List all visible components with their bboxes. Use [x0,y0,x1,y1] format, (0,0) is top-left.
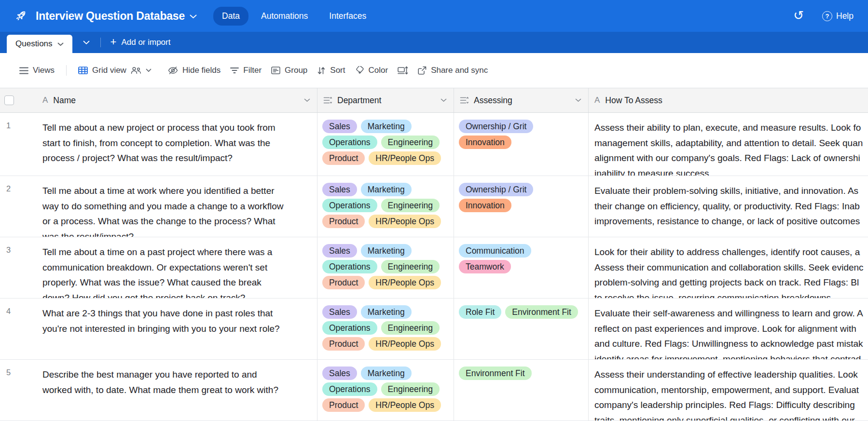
nav-tab-automations[interactable]: Automations [252,7,317,26]
tag-chip: Marketing [361,120,412,133]
name-cell[interactable]: Tell me about a new project or process t… [32,113,317,176]
chip-row: Teamwork [459,260,583,273]
row-gutter: 3 [0,237,32,298]
how-text-line: identify areas for improvement, mentioni… [594,352,868,360]
help-button[interactable]: ? Help [822,11,854,21]
tag-chip: HR/People Ops [369,276,441,289]
column-header-name[interactable]: A Name [32,88,317,112]
tag-chip: HR/People Ops [369,398,441,412]
tag-chip: Product [322,151,365,165]
chip-row: OperationsEngineering [322,260,449,273]
rocket-icon [14,9,28,23]
assessing-cell[interactable]: Role FitEnvironment Fit [454,299,589,359]
nav-tab-interfaces[interactable]: Interfaces [320,7,375,26]
how-to-assess-cell[interactable]: Evaluate their problem-solving skills, i… [589,176,868,237]
how-text-line: management skills, adaptability, and att… [594,136,868,151]
how-to-assess-cell[interactable]: Assess their ability to plan, execute, a… [589,113,868,176]
chip-row: Environment Fit [459,367,583,380]
single-line-text-icon: A [42,95,48,105]
table-tab-strip: Questions + Add or import [0,32,868,53]
tag-chip: Role Fit [459,305,501,319]
chevron-down-icon[interactable] [441,98,447,102]
views-button[interactable]: Views [14,62,59,79]
department-cell[interactable]: SalesMarketingOperationsEngineeringProdu… [317,113,454,176]
chip-row: SalesMarketing [322,183,449,196]
assessing-cell[interactable]: Environment Fit [454,360,589,421]
name-cell[interactable]: Describe the best manager you have repor… [32,360,317,421]
department-cell[interactable]: SalesMarketingOperationsEngineeringProdu… [317,237,454,298]
chip-row: Innovation [459,199,583,212]
color-button[interactable]: Color [350,62,393,79]
column-header-assessing[interactable]: Assessing [454,88,589,112]
column-header-department[interactable]: Department [317,88,454,112]
how-to-assess-cell[interactable]: Assess their understanding of effective … [589,360,868,421]
name-cell[interactable]: Tell me about a time at work where you i… [32,176,317,237]
multi-select-icon [323,96,332,104]
how-text-line: company's leadership principles. Red Fla… [594,397,868,413]
row-height-button[interactable] [393,62,413,79]
plus-icon: + [110,37,117,47]
hide-fields-button[interactable]: Hide fields [163,62,225,79]
how-to-assess-cell[interactable]: Look for their ability to address challe… [589,237,868,298]
table-row: 3Tell me about a time on a past project … [0,237,868,299]
name-cell[interactable]: What are 2-3 things that you have done i… [32,299,317,359]
how-text-line: alignment with our company's goals. Red … [594,150,868,166]
question-text: Tell me about a time at work where you i… [42,183,288,237]
department-cell[interactable]: SalesMarketingOperationsEngineeringProdu… [317,360,454,421]
chip-row: SalesMarketing [322,244,449,258]
how-to-assess-cell[interactable]: Evaluate their self-awareness and willin… [589,299,868,359]
hide-fields-label: Hide fields [182,66,220,75]
tag-chip: Product [322,276,365,289]
tag-chip: Environment Fit [505,305,578,319]
row-gutter: 1 [0,113,32,176]
column-header-how-to-assess[interactable]: A How To Assess [589,88,868,112]
toolbar-divider [66,65,67,76]
base-title[interactable]: Interview Question Database [36,10,197,23]
question-text: What are 2-3 things that you have done i… [42,306,288,336]
funnel-icon [230,67,239,74]
assessing-cell[interactable]: Ownership / GritInnovation [454,113,589,176]
tag-chip: Teamwork [459,260,511,273]
add-or-import-button[interactable]: + Add or import [103,32,179,53]
chip-row: SalesMarketing [322,367,449,380]
tag-chip: Innovation [459,199,511,212]
group-button[interactable]: Group [266,62,312,79]
chevron-down-icon[interactable] [575,98,581,102]
tag-chip: Operations [322,382,377,396]
nav-tab-data[interactable]: Data [213,7,248,26]
tag-chip: Product [322,215,365,228]
row-gutter: 5 [0,360,32,421]
tag-chip: Engineering [381,321,440,335]
history-icon[interactable]: ↺ [793,9,804,22]
sort-label: Sort [330,66,345,75]
tag-chip: Innovation [459,136,511,149]
chevron-down-icon[interactable] [304,98,310,102]
department-cell[interactable]: SalesMarketingOperationsEngineeringProdu… [317,176,454,237]
tag-chip: Engineering [381,199,440,212]
filter-button[interactable]: Filter [225,62,266,79]
chip-row: ProductHR/People Ops [322,337,449,351]
column-label: Department [337,95,381,106]
question-text: Tell me about a new project or process t… [42,120,288,166]
tag-chip: Marketing [361,183,412,196]
grid-view-button[interactable]: Grid view [73,62,156,79]
share-and-sync-button[interactable]: Share and sync [413,62,493,79]
tab-questions[interactable]: Questions [7,35,72,53]
assessing-cell[interactable]: CommunicationTeamwork [454,237,589,298]
tables-dropdown-chevron[interactable] [72,32,100,53]
chip-row: OperationsEngineering [322,136,449,149]
row-gutter: 4 [0,299,32,359]
table-row: 1Tell me about a new project or process … [0,113,868,176]
color-label: Color [369,66,388,75]
name-cell[interactable]: Tell me about a time on a past project w… [32,237,317,298]
tag-chip: HR/People Ops [369,215,441,228]
assessing-cell[interactable]: Ownership / GritInnovation [454,176,589,237]
chip-row: SalesMarketing [322,305,449,319]
sort-button[interactable]: Sort [312,62,350,79]
color-swatch-icon [355,66,364,75]
chip-row: Role FitEnvironment Fit [459,305,583,319]
table-row: 5Describe the best manager you have repo… [0,360,868,421]
select-all-checkbox[interactable] [4,95,14,105]
department-cell[interactable]: SalesMarketingOperationsEngineeringProdu… [317,299,454,359]
table-row: 4What are 2-3 things that you have done … [0,299,868,360]
